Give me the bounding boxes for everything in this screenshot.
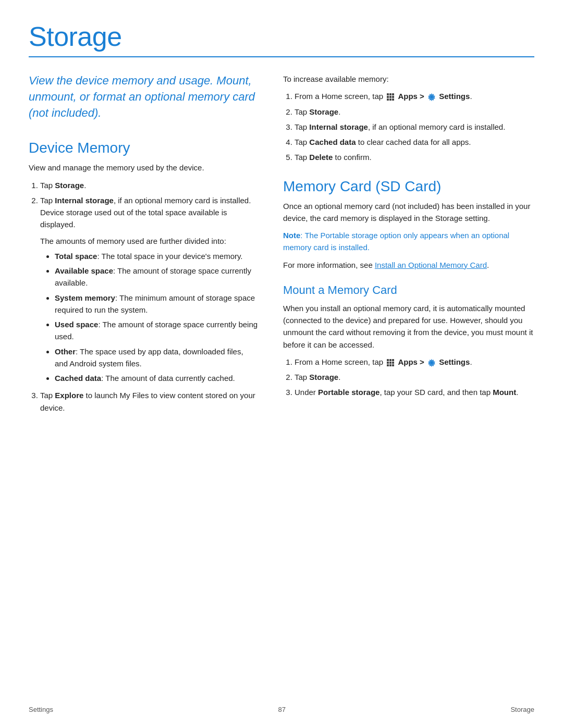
step-1: Tap Storage. — [40, 179, 258, 191]
svg-rect-3 — [387, 96, 389, 98]
note-label: Note — [283, 231, 300, 240]
memory-card-section: Memory Card (SD Card) Once an optional m… — [283, 178, 534, 399]
mount-step2-storage: Storage — [309, 373, 338, 381]
svg-rect-13 — [387, 362, 389, 364]
device-memory-heading: Device Memory — [29, 140, 258, 156]
svg-rect-12 — [392, 359, 394, 361]
footer-right: Storage — [510, 706, 534, 713]
svg-rect-11 — [389, 359, 391, 361]
svg-rect-10 — [387, 359, 389, 361]
svg-rect-17 — [389, 364, 391, 366]
inc-step-5: Tap Delete to confirm. — [295, 151, 534, 163]
step2-internal: Internal storage — [55, 196, 114, 205]
step-3: Tap Explore to launch My Files to view c… — [40, 389, 258, 414]
svg-rect-14 — [389, 362, 391, 364]
svg-rect-6 — [387, 98, 389, 101]
right-column: To increase available memory: From a Hom… — [283, 73, 534, 404]
svg-rect-0 — [387, 93, 389, 95]
memory-bullets: Total space: The total space in your dev… — [40, 250, 258, 385]
mount-memory-card-section: Mount a Memory Card When you install an … — [283, 283, 534, 399]
svg-rect-18 — [392, 364, 394, 366]
device-memory-intro: View and manage the memory used by the d… — [29, 162, 258, 174]
inc-step-2: Tap Storage. — [295, 106, 534, 118]
increase-memory-intro: To increase available memory: — [283, 73, 534, 85]
page-title: Storage — [29, 21, 534, 52]
settings-icon-2 — [427, 358, 436, 366]
step2-sub: The amounts of memory used are further d… — [40, 235, 258, 247]
svg-rect-8 — [392, 98, 394, 101]
footer: Settings 87 Storage — [0, 706, 563, 713]
mount-step3-mount: Mount — [493, 388, 516, 397]
mount-intro: When you install an optional memory card… — [283, 302, 534, 351]
apps-label: Apps > — [398, 92, 424, 101]
memory-card-heading: Memory Card (SD Card) — [283, 178, 534, 195]
svg-rect-4 — [389, 96, 391, 98]
blue-divider — [29, 56, 534, 57]
bullet-cached: Cached data: The amount of data currentl… — [55, 372, 258, 384]
apps-icon — [386, 92, 395, 101]
svg-rect-7 — [389, 98, 391, 101]
inc-step-1: From a Home screen, tap — [295, 90, 534, 102]
footer-left: Settings — [29, 706, 53, 713]
page-container: Storage View the device memory and usage… — [0, 0, 563, 461]
device-memory-steps: Tap Storage. Tap Internal storage, if an… — [29, 179, 258, 414]
settings-icon-1 — [427, 92, 436, 101]
bullet-system: System memory: The minimum amount of sto… — [55, 292, 258, 316]
memory-card-intro: Once an optional memory card (not includ… — [283, 200, 534, 225]
mount-step-2: Tap Storage. — [295, 371, 534, 383]
increase-memory-steps: From a Home screen, tap — [283, 90, 534, 163]
inc-step5-delete: Delete — [309, 153, 333, 162]
settings-label-2: Settings — [439, 357, 470, 366]
apps-icon-2 — [386, 358, 395, 366]
apps-label-2: Apps > — [398, 357, 424, 366]
inc-step4-cached: Cached data — [309, 138, 356, 146]
mount-heading: Mount a Memory Card — [283, 283, 534, 297]
inc-step-4: Tap Cached data to clear cached data for… — [295, 136, 534, 148]
bullet-used: Used space: The amount of storage space … — [55, 318, 258, 343]
memory-card-note: Note: The Portable storage option only a… — [283, 229, 534, 254]
footer-center: 87 — [278, 706, 285, 713]
svg-rect-5 — [392, 96, 394, 98]
svg-rect-16 — [387, 364, 389, 366]
inc-step2-storage: Storage — [309, 107, 338, 116]
two-column-layout: View the device memory and usage. Mount,… — [29, 73, 534, 419]
mount-step3-portable: Portable storage — [318, 388, 380, 397]
bullet-available: Available space: The amount of storage s… — [55, 265, 258, 289]
step-2: Tap Internal storage, if an optional mem… — [40, 194, 258, 385]
svg-rect-2 — [392, 93, 394, 95]
inc-step3-internal: Internal storage — [309, 122, 368, 131]
bullet-other: Other: The space used by app data, downl… — [55, 346, 258, 370]
increase-memory-section: To increase available memory: From a Hom… — [283, 73, 534, 164]
inc-step-3: Tap Internal storage, if an optional mem… — [295, 121, 534, 133]
left-column: View the device memory and usage. Mount,… — [29, 73, 258, 419]
mount-step-3: Under Portable storage, tap your SD card… — [295, 386, 534, 398]
memory-card-more-info: For more information, see Install an Opt… — [283, 259, 534, 271]
svg-rect-15 — [392, 362, 394, 364]
bullet-total: Total space: The total space in your dev… — [55, 250, 258, 262]
mount-steps: From a Home screen, tap — [283, 356, 534, 399]
step3-explore: Explore — [55, 391, 83, 400]
svg-rect-1 — [389, 93, 391, 95]
mount-step-1: From a Home screen, tap — [295, 356, 534, 368]
step1-storage: Storage — [55, 181, 84, 190]
intro-text: View the device memory and usage. Mount,… — [29, 73, 258, 121]
settings-label-1: Settings — [439, 92, 470, 101]
install-memory-card-link[interactable]: Install an Optional Memory Card — [375, 261, 487, 269]
